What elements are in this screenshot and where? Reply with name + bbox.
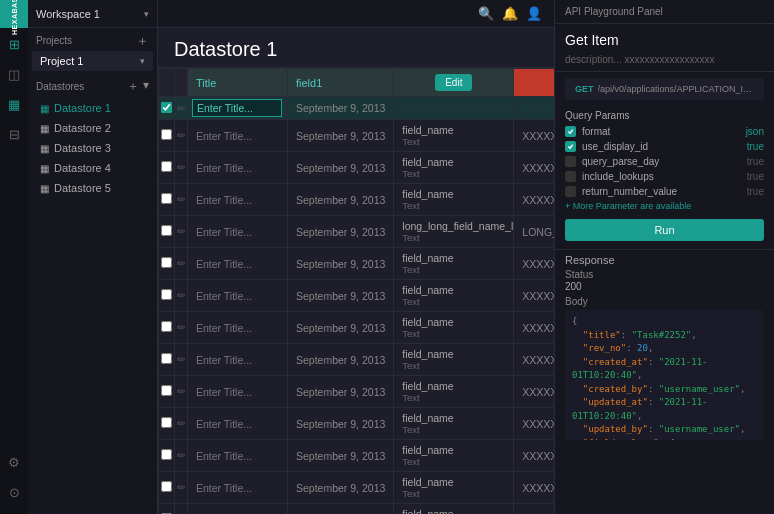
row-checkbox-cell[interactable]: [159, 472, 175, 504]
sidebar-item-datastore3[interactable]: ▦ Datastore 3: [32, 139, 153, 157]
endpoint-path: /api/v0/applications/APPLICATION_ID/...: [598, 84, 754, 94]
param-use-display-id-checkbox[interactable]: [565, 141, 576, 152]
settings-icon[interactable]: ⚙: [0, 448, 28, 476]
table-row: ✏ Enter Title... September 9, 2013 field…: [159, 440, 555, 472]
row-value-cell: XXXXXXXXXXXXXXXXXX: [514, 344, 554, 376]
row-actions-cell[interactable]: ✏: [175, 184, 188, 216]
row-date-cell: September 9, 2013: [288, 184, 394, 216]
more-params-link[interactable]: + More Parameter are available: [555, 199, 774, 213]
row-actions-cell[interactable]: ✏: [175, 248, 188, 280]
row-checkbox-cell[interactable]: [159, 504, 175, 515]
row-checkbox-cell[interactable]: [159, 280, 175, 312]
row-date-cell: September 9, 2013: [288, 152, 394, 184]
row-actions-cell[interactable]: ✏: [175, 97, 188, 120]
table-container[interactable]: Title field1 Edit Delete ✕: [158, 68, 554, 514]
row-fieldname-cell: field_nameText: [394, 312, 514, 344]
row-value-cell: XXXXXXXXXXXXXXXXXX: [514, 504, 554, 515]
row-title-cell: Enter Title...: [188, 248, 288, 280]
row-fieldname-cell: field_nameText: [394, 344, 514, 376]
delete-button[interactable]: Delete: [551, 74, 554, 91]
pencil-icon: ✏: [177, 226, 185, 237]
response-section: Response Status 200 Body { "title": "Tas…: [555, 249, 774, 442]
sidebar-item-datastore5[interactable]: ▦ Datastore 5: [32, 179, 153, 197]
row-actions-cell[interactable]: ✏: [175, 312, 188, 344]
datastore-icon: ▦: [40, 163, 49, 174]
param-query-parse-checkbox[interactable]: [565, 156, 576, 167]
pencil-icon: ✏: [177, 450, 185, 461]
row-value-cell: [514, 97, 554, 120]
title-input[interactable]: [192, 99, 282, 117]
row-checkbox-cell[interactable]: [159, 344, 175, 376]
row-checkbox-cell[interactable]: [159, 184, 175, 216]
row-checkbox-cell[interactable]: [159, 376, 175, 408]
body-label: Body: [565, 296, 764, 307]
sidebar-icon-rail: HEXABASE ⊞ ◫ ▦ ⊟ ⚙ ⊙: [0, 0, 28, 514]
param-include-lookups-checkbox[interactable]: [565, 171, 576, 182]
row-title-cell: Enter Title...: [188, 184, 288, 216]
row-title-cell: Enter Title...: [188, 312, 288, 344]
row-title-cell: Enter Title...: [188, 504, 288, 515]
run-button[interactable]: Run: [565, 219, 764, 241]
search-icon[interactable]: 🔍: [478, 6, 494, 21]
user-icon[interactable]: 👤: [526, 6, 542, 21]
chart-icon[interactable]: ◫: [0, 60, 28, 88]
pencil-icon: ✏: [177, 482, 185, 493]
param-format-checkbox[interactable]: [565, 126, 576, 137]
col-actions-header: [175, 69, 188, 97]
row-actions-cell[interactable]: ✏: [175, 344, 188, 376]
sidebar-item-datastore1[interactable]: ▦ Datastore 1: [32, 99, 153, 117]
datastore-icon: ▦: [40, 183, 49, 194]
row-title-cell[interactable]: [188, 97, 288, 120]
table-row: ✏ Enter Title... September 9, 2013 field…: [159, 504, 555, 515]
sidebar-item-datastore4[interactable]: ▦ Datastore 4: [32, 159, 153, 177]
row-checkbox-cell[interactable]: [159, 408, 175, 440]
pencil-icon: ✏: [177, 130, 185, 141]
table-row: ✏ Enter Title... September 9, 2013 long_…: [159, 216, 555, 248]
add-project-button[interactable]: ＋: [136, 34, 149, 47]
row-actions-cell[interactable]: ✏: [175, 472, 188, 504]
row-checkbox-cell[interactable]: [159, 440, 175, 472]
row-fieldname-cell: long_long_field_name_long_long_g_field_n…: [394, 216, 514, 248]
row-checkbox-cell[interactable]: [159, 312, 175, 344]
col-field1-header[interactable]: field1: [288, 69, 394, 97]
user-search-icon[interactable]: ⊙: [0, 478, 28, 506]
grid-icon[interactable]: ▦: [0, 90, 28, 118]
pencil-icon: ✏: [177, 418, 185, 429]
row-actions-cell[interactable]: ✏: [175, 408, 188, 440]
row-date-cell: September 9, 2013: [288, 120, 394, 152]
row-actions-cell[interactable]: ✏: [175, 376, 188, 408]
row-checkbox-cell[interactable]: [159, 152, 175, 184]
row-checkbox-cell[interactable]: [159, 97, 175, 120]
param-query-parse-name: query_parse_day: [582, 156, 741, 167]
row-actions-cell[interactable]: ✏: [175, 120, 188, 152]
row-date-cell: September 9, 2013: [288, 504, 394, 515]
row-fieldname-cell: field_nameText: [394, 184, 514, 216]
row-checkbox-cell[interactable]: [159, 248, 175, 280]
row-date-cell: September 9, 2013: [288, 280, 394, 312]
table-row: ✏ Enter Title... September 9, 2013 field…: [159, 184, 555, 216]
row-actions-cell[interactable]: ✏: [175, 216, 188, 248]
table-row: ✏ Enter Title... September 9, 2013 field…: [159, 472, 555, 504]
table-row: ✏ Enter Title... September 9, 2013 field…: [159, 376, 555, 408]
row-checkbox-cell[interactable]: [159, 120, 175, 152]
row-checkbox-cell[interactable]: [159, 216, 175, 248]
edit-button[interactable]: Edit: [435, 74, 472, 91]
row-actions-cell[interactable]: ✏: [175, 152, 188, 184]
row-actions-cell[interactable]: ✏: [175, 440, 188, 472]
bell-icon[interactable]: 🔔: [502, 6, 518, 21]
workspace-header[interactable]: Workspace 1 ▾: [28, 0, 157, 28]
data-icon[interactable]: ⊟: [0, 120, 28, 148]
sidebar-item-datastore2[interactable]: ▦ Datastore 2: [32, 119, 153, 137]
col-title-header[interactable]: Title: [188, 69, 288, 97]
row-value-cell: XXXXXXXXXXXXXXXXXX: [514, 152, 554, 184]
param-return-number-checkbox[interactable]: [565, 186, 576, 197]
sidebar-item-project1[interactable]: Project 1 ▾: [32, 51, 153, 71]
datastore1-label: Datastore 1: [54, 102, 111, 114]
pencil-icon: ✏: [177, 290, 185, 301]
query-params-header: Query Params: [555, 106, 774, 124]
app-logo: HEXABASE: [0, 0, 28, 28]
add-datastore-button[interactable]: ＋: [127, 78, 139, 95]
row-actions-cell[interactable]: ✏: [175, 280, 188, 312]
row-actions-cell[interactable]: ✏: [175, 504, 188, 515]
collapse-datastores-button[interactable]: ▾: [143, 78, 149, 95]
